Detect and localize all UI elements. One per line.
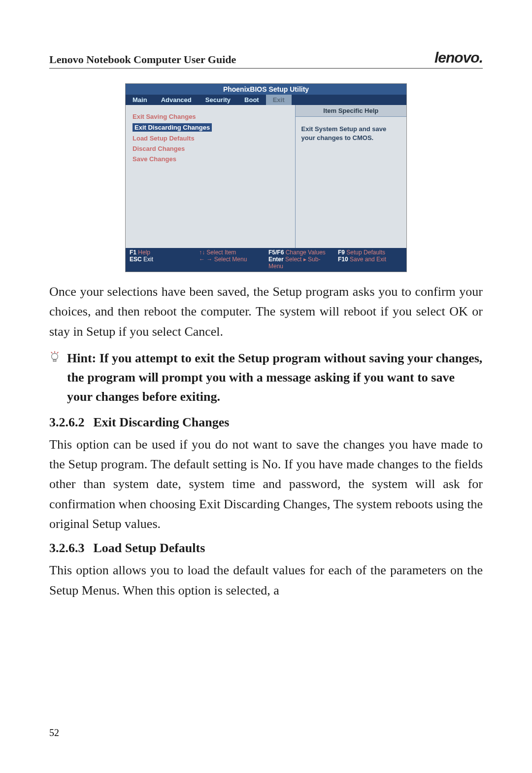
bios-key-updown: ↑↓ bbox=[199, 249, 205, 256]
bios-window: PhoenixBIOS Setup Utility Main Advanced … bbox=[125, 83, 407, 272]
sec-title: Load Setup Defaults bbox=[94, 541, 205, 555]
bios-tab-boot[interactable]: Boot bbox=[237, 95, 266, 105]
page-number: 52 bbox=[49, 727, 59, 738]
sec-num: 3.2.6.2 bbox=[49, 415, 85, 429]
bios-label-defaults: Setup Defaults bbox=[346, 249, 385, 256]
bios-help-title: Item Specific Help bbox=[296, 105, 406, 117]
bios-key-leftright: ← → bbox=[199, 256, 212, 263]
paragraph-intro: Once your selections have been saved, th… bbox=[49, 282, 483, 342]
bios-label-change: Change Values bbox=[286, 249, 326, 256]
bios-label-selectmenu: Select Menu bbox=[214, 256, 247, 263]
bios-label-help: Help bbox=[138, 249, 150, 256]
bios-tab-security[interactable]: Security bbox=[199, 95, 237, 105]
paragraph-discarding: This option can be used if you do not wa… bbox=[49, 435, 483, 534]
svg-line-2 bbox=[57, 352, 59, 353]
lightbulb-icon bbox=[49, 351, 60, 366]
bios-tab-advanced[interactable]: Advanced bbox=[154, 95, 199, 105]
bios-item-exit-discarding[interactable]: Exit Discarding Changes bbox=[133, 123, 212, 132]
bios-body: Exit Saving Changes Exit Discarding Chan… bbox=[126, 105, 406, 248]
subheading-3263: 3.2.6.3Load Setup Defaults bbox=[49, 541, 483, 556]
bios-key-f5f6: F5/F6 bbox=[268, 249, 284, 256]
bios-key-f1: F1 bbox=[130, 249, 136, 256]
page-header: Lenovo Notebook Computer User Guide leno… bbox=[49, 49, 483, 69]
bios-tab-bar: Main Advanced Security Boot Exit bbox=[126, 95, 406, 105]
svg-point-3 bbox=[52, 353, 58, 360]
hint-block: Hint: If you attempt to exit the Setup p… bbox=[49, 349, 483, 406]
bios-item-save-changes[interactable]: Save Changes bbox=[133, 155, 288, 163]
bios-footer: F1 Help ESC Exit ↑↓ Select Item ← → Sele… bbox=[126, 248, 406, 272]
bios-key-f10: F10 bbox=[338, 256, 348, 263]
bios-key-esc: ESC bbox=[130, 256, 142, 263]
bios-label-saveexit: Save and Exit bbox=[350, 256, 386, 263]
bios-label-selectitem: Select Item bbox=[206, 249, 236, 256]
bios-screenshot: PhoenixBIOS Setup Utility Main Advanced … bbox=[49, 83, 483, 272]
header-title: Lenovo Notebook Computer User Guide bbox=[49, 53, 236, 66]
bios-item-discard-changes[interactable]: Discard Changes bbox=[133, 145, 288, 152]
sec-num: 3.2.6.3 bbox=[49, 541, 85, 555]
bios-tab-main[interactable]: Main bbox=[126, 95, 154, 105]
bios-item-exit-saving[interactable]: Exit Saving Changes bbox=[133, 113, 288, 120]
bios-label-exit: Exit bbox=[143, 256, 153, 263]
sec-title: Exit Discarding Changes bbox=[94, 415, 230, 429]
bios-help-pane: Item Specific Help Exit System Setup and… bbox=[296, 105, 406, 248]
subheading-3262: 3.2.6.2Exit Discarding Changes bbox=[49, 415, 483, 430]
document-page: Lenovo Notebook Computer User Guide leno… bbox=[0, 0, 532, 773]
bios-title: PhoenixBIOS Setup Utility bbox=[126, 84, 406, 95]
lenovo-logo: lenovo. bbox=[434, 49, 483, 66]
paragraph-loaddefaults: This option allows you to load the defau… bbox=[49, 561, 483, 600]
bios-key-f9: F9 bbox=[338, 249, 345, 256]
bios-menu-pane: Exit Saving Changes Exit Discarding Chan… bbox=[126, 105, 296, 248]
hint-text: Hint: If you attempt to exit the Setup p… bbox=[67, 349, 483, 406]
bios-item-load-defaults[interactable]: Load Setup Defaults bbox=[133, 135, 288, 142]
svg-line-1 bbox=[51, 352, 53, 353]
bios-help-body: Exit System Setup and save your changes … bbox=[296, 117, 406, 150]
bios-key-enter: Enter bbox=[268, 256, 284, 263]
bios-tab-exit[interactable]: Exit bbox=[266, 95, 292, 105]
